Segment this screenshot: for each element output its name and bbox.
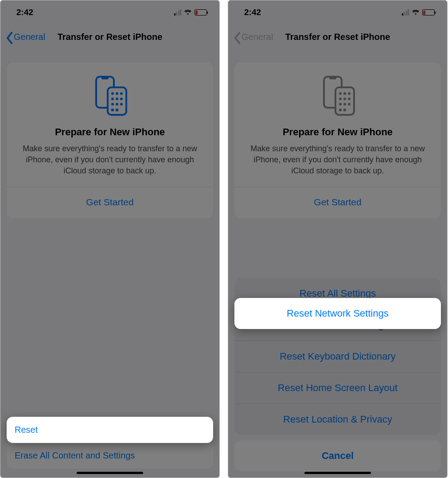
prepare-desc: Make sure everything's ready to transfer… — [16, 143, 204, 177]
content-area: Prepare for New iPhone Make sure everyth… — [0, 49, 219, 478]
wifi-icon — [184, 9, 192, 16]
erase-all-button[interactable]: Erase All Content and Settings — [7, 442, 213, 469]
svg-point-21 — [343, 98, 346, 100]
svg-rect-1 — [101, 77, 109, 79]
phones-icon — [16, 74, 204, 118]
cellular-signal-icon — [402, 9, 409, 16]
svg-point-4 — [116, 92, 118, 95]
prepare-card: Prepare for New iPhone Make sure everyth… — [234, 63, 441, 218]
reset-keyboard-dictionary-button[interactable]: Reset Keyboard Dictionary — [234, 341, 441, 372]
svg-point-6 — [111, 98, 114, 100]
phones-icon — [243, 74, 432, 118]
status-indicators: 15 — [174, 9, 207, 16]
svg-point-17 — [339, 92, 342, 95]
svg-rect-15 — [329, 77, 336, 79]
reset-location-privacy-button[interactable]: Reset Location & Privacy — [234, 404, 441, 435]
svg-point-5 — [120, 92, 123, 95]
cancel-button[interactable]: Cancel — [234, 440, 441, 471]
svg-point-19 — [348, 92, 351, 95]
battery-icon: 15 — [422, 9, 435, 16]
status-time: 2:42 — [244, 8, 261, 17]
status-bar: 2:42 15 — [228, 0, 447, 24]
get-started-button[interactable]: Get Started — [243, 194, 432, 211]
back-button[interactable]: General — [234, 31, 273, 42]
nav-bar: General Transfer or Reset iPhone — [228, 24, 447, 49]
svg-point-7 — [116, 98, 118, 100]
battery-icon: 15 — [195, 9, 207, 16]
svg-point-24 — [343, 103, 346, 106]
back-label: General — [242, 32, 273, 42]
svg-point-11 — [120, 103, 123, 106]
chevron-left-icon — [234, 31, 241, 42]
get-started-button[interactable]: Get Started — [16, 194, 204, 211]
prepare-title: Prepare for New iPhone — [243, 126, 432, 138]
nav-bar: General Transfer or Reset iPhone — [0, 24, 219, 49]
screenshot-left: 2:42 15 General Transfer or Reset iPhone — [0, 0, 220, 478]
cellular-signal-icon — [174, 9, 182, 16]
prepare-card: Prepare for New iPhone Make sure everyth… — [7, 63, 213, 218]
svg-point-23 — [339, 103, 342, 106]
prepare-desc: Make sure everything's ready to transfer… — [243, 143, 432, 177]
reset-button-highlight[interactable]: Reset — [7, 417, 213, 443]
svg-point-25 — [348, 103, 351, 106]
wifi-icon — [412, 9, 420, 16]
svg-point-22 — [348, 98, 351, 100]
svg-point-18 — [343, 92, 346, 95]
svg-rect-13 — [116, 109, 118, 111]
home-indicator[interactable] — [77, 472, 143, 474]
status-time: 2:42 — [16, 8, 33, 17]
prepare-title: Prepare for New iPhone — [16, 126, 204, 138]
divider — [234, 187, 441, 187]
svg-point-9 — [111, 103, 114, 106]
svg-point-3 — [111, 92, 114, 95]
reset-home-screen-layout-button[interactable]: Reset Home Screen Layout — [234, 372, 441, 404]
reset-network-settings-highlight[interactable]: Reset Network Settings — [234, 298, 441, 329]
svg-rect-12 — [111, 109, 114, 111]
chevron-left-icon — [6, 31, 13, 42]
home-indicator[interactable] — [304, 472, 371, 474]
status-indicators: 15 — [402, 9, 435, 16]
screenshot-right: 2:42 15 General Transfer or Reset iPhone — [228, 0, 448, 478]
back-label: General — [14, 32, 45, 42]
back-button[interactable]: General — [6, 31, 45, 42]
svg-rect-27 — [343, 109, 346, 111]
divider — [7, 187, 213, 187]
svg-point-8 — [120, 98, 123, 100]
status-bar: 2:42 15 — [0, 0, 219, 24]
svg-point-20 — [339, 98, 342, 100]
svg-point-10 — [116, 103, 118, 106]
svg-rect-26 — [339, 109, 342, 111]
